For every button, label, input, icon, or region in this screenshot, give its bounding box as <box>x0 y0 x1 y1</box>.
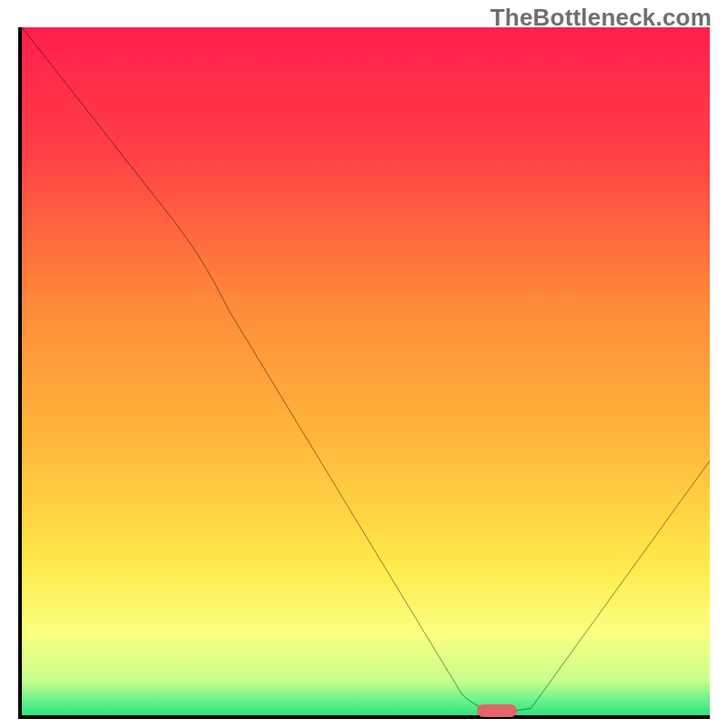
bottleneck-curve <box>22 27 710 715</box>
chart-container: TheBottleneck.com <box>0 0 728 728</box>
optimal-point-marker <box>477 704 517 717</box>
